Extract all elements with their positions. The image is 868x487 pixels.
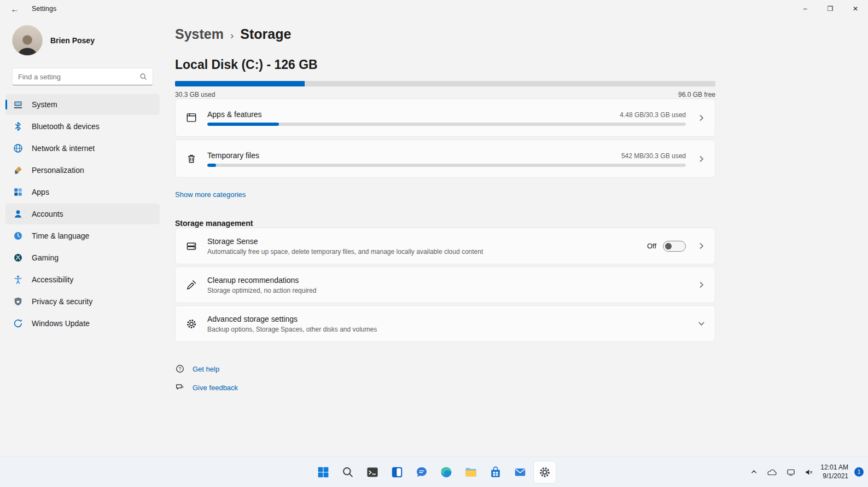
- maximize-icon: ❐: [828, 5, 834, 13]
- back-arrow-icon: ←: [11, 4, 19, 14]
- clock-icon: [13, 231, 23, 241]
- sidebar-item-network-internet[interactable]: Network & internet: [5, 138, 160, 159]
- folder-icon: [464, 466, 477, 479]
- cleanup-recommendations-card[interactable]: Cleanup recommendations Storage optimize…: [175, 266, 715, 303]
- widgets-button[interactable]: [386, 461, 408, 483]
- toggle-knob: [665, 243, 672, 250]
- sidebar-item-bluetooth-devices[interactable]: Bluetooth & devices: [5, 116, 160, 137]
- item-description: Automatically free up space, delete temp…: [207, 248, 636, 256]
- chat-icon: [415, 466, 428, 479]
- tray-overflow-button[interactable]: [748, 466, 760, 478]
- temporary-files-card[interactable]: Temporary files 542 MB/30.3 GB used: [175, 140, 715, 178]
- give-feedback-row: Give feedback: [175, 382, 715, 392]
- search-input[interactable]: [18, 73, 139, 81]
- get-help-link[interactable]: Get help: [193, 365, 219, 373]
- storage-sense-toggle[interactable]: [663, 241, 686, 252]
- sidebar-item-label: Windows Update: [32, 319, 90, 328]
- minimize-icon: –: [803, 5, 807, 13]
- sidebar-item-time-language[interactable]: Time & language: [5, 225, 160, 246]
- sidebar-item-label: System: [32, 100, 57, 109]
- sidebar-item-windows-update[interactable]: Windows Update: [5, 313, 160, 334]
- sidebar-item-privacy-security[interactable]: Privacy & security: [5, 291, 160, 312]
- breadcrumb-system[interactable]: System: [175, 26, 224, 42]
- gear-icon: [185, 318, 197, 330]
- windows-logo-icon: [317, 466, 330, 479]
- system-icon: [13, 100, 23, 109]
- taskbar: 12:01 AM 9/1/2021 1: [0, 456, 868, 487]
- storage-sense-icon: [185, 240, 197, 252]
- sidebar-item-accounts[interactable]: Accounts: [5, 204, 160, 224]
- mail-button[interactable]: [509, 461, 531, 483]
- give-feedback-link[interactable]: Give feedback: [193, 384, 238, 392]
- search-box[interactable]: [12, 68, 153, 85]
- minimize-button[interactable]: –: [793, 0, 818, 18]
- sidebar-item-apps[interactable]: Apps: [5, 182, 160, 202]
- sidebar: Brien Posey System Bluetooth & devices N…: [0, 18, 165, 456]
- settings-gear-icon: [538, 466, 551, 479]
- settings-taskbar-button[interactable]: [534, 461, 556, 483]
- mail-icon: [514, 466, 527, 479]
- titlebar: ← Settings – ❐ ✕: [0, 0, 868, 18]
- close-button[interactable]: ✕: [843, 0, 868, 18]
- edge-icon: [440, 466, 453, 479]
- update-icon: [13, 318, 23, 328]
- category-usage: 542 MB/30.3 GB used: [621, 152, 686, 160]
- store-button[interactable]: [485, 461, 506, 483]
- apps-features-icon: [185, 112, 197, 124]
- onedrive-button[interactable]: [765, 466, 779, 478]
- back-button[interactable]: ←: [8, 2, 22, 16]
- advanced-storage-settings-card[interactable]: Advanced storage settings Backup options…: [175, 305, 715, 342]
- terminal-button[interactable]: [362, 461, 383, 483]
- sidebar-item-accessibility[interactable]: Accessibility: [5, 269, 160, 290]
- chevron-up-icon: [750, 468, 758, 476]
- chevron-right-icon: [698, 114, 705, 121]
- category-usage: 4.48 GB/30.3 GB used: [620, 111, 686, 119]
- toggle-state-label: Off: [647, 242, 656, 250]
- sidebar-item-personalization[interactable]: Personalization: [5, 160, 160, 181]
- help-icon: ?: [175, 364, 185, 374]
- notification-badge[interactable]: 1: [854, 467, 864, 477]
- sidebar-item-label: Accessibility: [32, 275, 73, 284]
- clock-time: 12:01 AM: [820, 463, 848, 472]
- store-bag-icon: [489, 466, 502, 479]
- file-explorer-button[interactable]: [460, 461, 482, 483]
- category-name: Temporary files: [207, 151, 259, 160]
- sidebar-item-label: Personalization: [32, 166, 84, 175]
- broom-icon: [185, 279, 197, 291]
- edge-button[interactable]: [435, 461, 457, 483]
- avatar: [12, 25, 43, 56]
- apps-features-card[interactable]: Apps & features 4.48 GB/30.3 GB used: [175, 98, 715, 137]
- storage-sense-card[interactable]: Storage Sense Automatically free up spac…: [175, 228, 715, 264]
- speaker-mute-icon: [805, 468, 813, 477]
- taskbar-search-button[interactable]: [337, 461, 359, 483]
- taskbar-clock[interactable]: 12:01 AM 9/1/2021: [820, 463, 848, 480]
- storage-management-heading: Storage management: [175, 219, 715, 228]
- sidebar-item-label: Privacy & security: [32, 297, 92, 306]
- show-more-categories-link[interactable]: Show more categories: [175, 190, 246, 199]
- person-icon: [13, 209, 23, 219]
- network-button[interactable]: [784, 466, 797, 479]
- chat-button[interactable]: [411, 461, 433, 483]
- cloud-icon: [767, 468, 777, 476]
- item-title: Storage Sense: [207, 237, 636, 246]
- trash-icon: [185, 153, 197, 165]
- sidebar-item-gaming[interactable]: Gaming: [5, 247, 160, 268]
- close-icon: ✕: [853, 5, 858, 13]
- person-silhouette-icon: [14, 31, 40, 56]
- sidebar-item-label: Bluetooth & devices: [32, 122, 100, 131]
- start-button[interactable]: [312, 461, 334, 483]
- maximize-button[interactable]: ❐: [818, 0, 843, 18]
- breadcrumb-separator-icon: ›: [230, 30, 234, 42]
- volume-button[interactable]: [802, 466, 815, 479]
- sidebar-item-label: Apps: [32, 188, 49, 196]
- settings-nav: System Bluetooth & devices Network & int…: [0, 94, 165, 334]
- get-help-row: ? Get help: [175, 364, 715, 374]
- sidebar-item-system[interactable]: System: [5, 94, 160, 115]
- window-title: Settings: [32, 5, 56, 13]
- category-usage-bar: [207, 123, 686, 126]
- chevron-down-icon: [698, 320, 705, 327]
- item-title: Advanced storage settings: [207, 315, 686, 323]
- chevron-right-icon: [698, 155, 705, 163]
- svg-text:?: ?: [179, 366, 182, 372]
- user-profile[interactable]: Brien Posey: [0, 20, 165, 59]
